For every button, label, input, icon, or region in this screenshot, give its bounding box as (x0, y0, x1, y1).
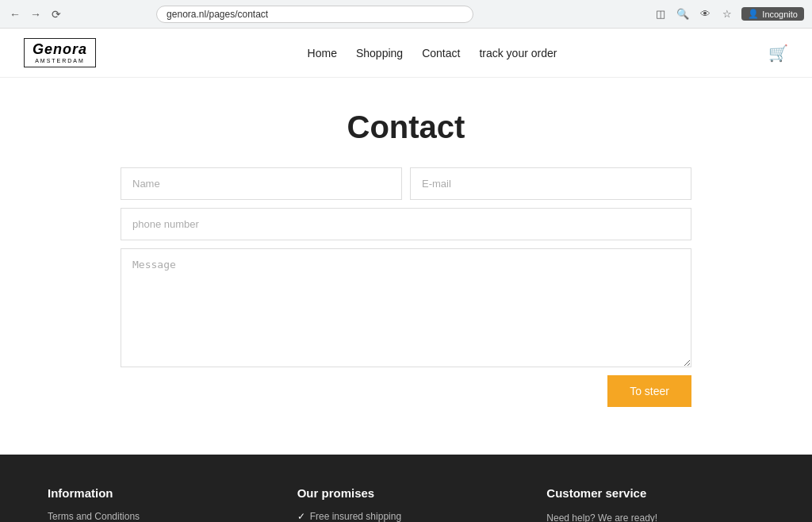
site-header: Genora Amsterdam Home Shopping Contact t… (0, 29, 812, 78)
page-title: Contact (121, 109, 691, 145)
incognito-label: Incognito (762, 10, 798, 19)
star-icon[interactable]: ☆ (719, 6, 735, 22)
submit-row: To steer (121, 375, 691, 407)
message-textarea[interactable] (121, 248, 691, 367)
address-bar[interactable]: genora.nl/pages/contact (156, 6, 473, 23)
main-nav: Home Shopping Contact track your order (308, 47, 557, 59)
promise-1: ✓ Free insured shipping (297, 511, 515, 522)
name-input[interactable] (121, 167, 402, 200)
footer-information-heading: Information (48, 486, 266, 500)
logo[interactable]: Genora Amsterdam (24, 38, 96, 67)
footer-information: Information Terms and Conditions Privacy… (48, 486, 266, 522)
name-email-row (121, 167, 691, 200)
footer-cs-heading: Customer service (546, 486, 764, 500)
nav-shopping[interactable]: Shopping (356, 47, 403, 59)
nav-contact[interactable]: Contact (422, 47, 460, 59)
forward-button[interactable]: → (29, 7, 43, 21)
browser-chrome: ← → ⟳ genora.nl/pages/contact ◫ 🔍 👁 ☆ 👤 … (0, 0, 812, 29)
footer-promises: Our promises ✓ Free insured shipping ✓ R… (297, 486, 515, 522)
footer-cs-need-help: Need help? We are ready! (546, 511, 764, 522)
logo-main: Genora (33, 42, 87, 58)
promise-1-text: Free insured shipping (310, 511, 401, 522)
submit-button[interactable]: To steer (607, 375, 691, 407)
incognito-icon: 👤 (748, 9, 759, 19)
main-content: Contact To steer (105, 78, 707, 455)
email-input[interactable] (410, 167, 691, 200)
footer-customer-service: Customer service Need help? We are ready… (546, 486, 764, 522)
cart-icon[interactable]: 🛒 (768, 44, 788, 63)
cast-icon[interactable]: ◫ (653, 6, 668, 22)
contact-form: To steer (121, 167, 691, 407)
incognito-badge: 👤 Incognito (741, 7, 804, 21)
search-icon[interactable]: 🔍 (675, 6, 691, 22)
nav-track-order[interactable]: track your order (479, 47, 557, 59)
browser-right-icons: ◫ 🔍 👁 ☆ 👤 Incognito (653, 6, 804, 22)
footer-promises-heading: Our promises (297, 486, 515, 500)
phone-input[interactable] (121, 208, 691, 240)
footer: Information Terms and Conditions Privacy… (0, 455, 812, 522)
logo-sub: Amsterdam (35, 58, 85, 64)
footer-link-terms[interactable]: Terms and Conditions (48, 511, 266, 522)
reload-button[interactable]: ⟳ (49, 7, 63, 21)
nav-home[interactable]: Home (308, 47, 337, 59)
eye-off-icon[interactable]: 👁 (697, 6, 713, 22)
check-icon-1: ✓ (297, 511, 305, 522)
back-button[interactable]: ← (8, 7, 22, 21)
